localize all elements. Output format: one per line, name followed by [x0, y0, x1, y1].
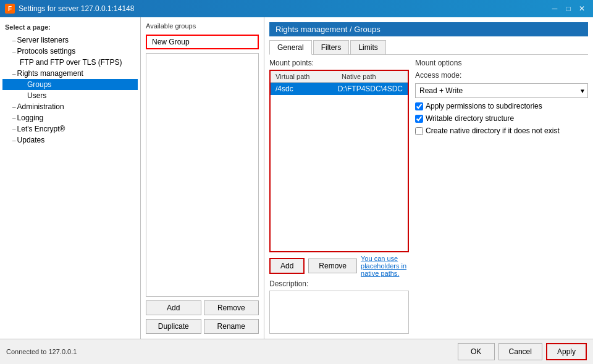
sidebar-item-label: Let's Encrypt® [17, 125, 65, 133]
app-icon: F [5, 4, 15, 14]
sidebar-item-label: Users [27, 91, 46, 100]
description-textarea[interactable] [269, 291, 409, 334]
remove-group-button[interactable]: Remove [204, 300, 259, 315]
description-section: Description: [269, 279, 409, 334]
native-path-cell: D:\FTP4SDC\4SDC [335, 84, 405, 94]
new-group-button[interactable]: New Group [146, 35, 259, 49]
right-panel-header: Rights management / Groups [269, 22, 588, 36]
description-label: Description: [269, 279, 409, 288]
sidebar-item-ftp-ftps[interactable]: FTP and FTP over TLS (FTPS) [2, 57, 138, 68]
title-bar: F Settings for server 127.0.0.1:14148 ─ … [0, 0, 593, 17]
sidebar-item-label: Groups [27, 80, 51, 89]
expand-icon: – [12, 137, 16, 144]
expand-icon: – [12, 37, 16, 44]
expand-icon: – [12, 104, 16, 110]
sidebar-item-administration[interactable]: – Administration [2, 101, 138, 112]
access-mode-container: Read + Write Read only Write only None ▼ [415, 83, 588, 98]
sidebar-item-groups[interactable]: Groups [2, 79, 138, 90]
maximize-button[interactable]: □ [562, 2, 574, 15]
expand-icon: – [12, 126, 16, 133]
ok-button[interactable]: OK [458, 343, 495, 360]
access-mode-label: Access mode: [415, 71, 588, 80]
expand-icon: – [12, 48, 16, 55]
sidebar-item-logging[interactable]: – Logging [2, 112, 138, 123]
dialog-buttons: OK Cancel Apply [458, 343, 587, 360]
window-title: Settings for server 127.0.0.1:14148 [19, 4, 134, 13]
checkbox-create-native-dir-label: Create native directory if it does not e… [426, 126, 560, 135]
window-controls: ─ □ ✕ [549, 2, 588, 15]
groups-list[interactable] [146, 53, 259, 297]
mount-points-table: Virtual path Native path /4sdc D:\FTP4SD… [269, 70, 409, 252]
sidebar-item-label: Protocols settings [17, 47, 76, 56]
minimize-button[interactable]: ─ [549, 2, 561, 15]
tab-general[interactable]: General [269, 40, 312, 55]
mount-action-buttons: Add Remove You can use placeholders in n… [269, 255, 409, 277]
right-panel: Rights management / Groups General Filte… [264, 17, 593, 339]
mount-points-label: Mount points: [269, 59, 409, 67]
expand-icon: – [12, 115, 16, 122]
tab-filters[interactable]: Filters [313, 40, 350, 54]
add-group-button[interactable]: Add [146, 300, 201, 315]
mount-add-button[interactable]: Add [269, 258, 305, 274]
mount-remove-button[interactable]: Remove [308, 259, 357, 273]
checkbox-create-native-dir-input[interactable] [415, 127, 423, 135]
available-groups-header: Available groups [146, 22, 259, 30]
tab-bar: General Filters Limits [269, 40, 588, 55]
center-action-buttons-2: Duplicate Rename [146, 319, 259, 334]
rename-group-button[interactable]: Rename [204, 319, 259, 334]
checkbox-apply-permissions[interactable]: Apply permissions to subdirectories [415, 102, 588, 110]
checkbox-apply-permissions-label: Apply permissions to subdirectories [426, 102, 542, 110]
mount-table-header: Virtual path Native path [271, 71, 408, 83]
sidebar-item-protocols-settings[interactable]: – Protocols settings [2, 46, 138, 57]
sidebar-item-label: Rights management [17, 69, 83, 78]
checkbox-writable-dir[interactable]: Writable directory structure [415, 114, 588, 123]
placeholder-link[interactable]: You can use placeholders in native paths… [361, 255, 409, 277]
apply-button[interactable]: Apply [546, 343, 587, 360]
close-button[interactable]: ✕ [576, 2, 588, 15]
checkbox-writable-dir-label: Writable directory structure [426, 114, 514, 123]
expand-icon: – [12, 70, 16, 77]
sidebar-item-updates[interactable]: – Updates [2, 134, 138, 146]
mount-row[interactable]: /4sdc D:\FTP4SDC\4SDC [271, 83, 408, 95]
sidebar-item-label: Updates [17, 136, 45, 144]
bottom-bar: Connected to 127.0.0.1 OK Cancel Apply [0, 339, 593, 364]
sidebar-item-users[interactable]: Users [2, 90, 138, 101]
access-mode-select[interactable]: Read + Write Read only Write only None [415, 83, 588, 98]
tab-content: Mount points: Virtual path Native path /… [269, 59, 588, 334]
center-panel: Available groups New Group Add Remove Du… [141, 17, 264, 339]
sidebar-item-server-listeners[interactable]: – Server listeners [2, 35, 138, 46]
sidebar-item-label: Administration [17, 102, 64, 111]
sidebar-item-label: FTP and FTP over TLS (FTPS) [20, 58, 122, 67]
sidebar-item-lets-encrypt[interactable]: – Let's Encrypt® [2, 123, 138, 134]
sidebar-item-rights-management[interactable]: – Rights management [2, 68, 138, 79]
checkbox-apply-permissions-input[interactable] [415, 102, 423, 110]
mount-options-section: Mount options Access mode: Read + Write … [415, 59, 588, 334]
duplicate-group-button[interactable]: Duplicate [146, 319, 201, 334]
native-path-header: Native path [339, 72, 405, 81]
sidebar-item-label: Server listeners [17, 36, 69, 44]
virtual-path-cell: /4sdc [273, 84, 335, 94]
status-text: Connected to 127.0.0.1 [6, 348, 77, 355]
mount-options-header: Mount options [415, 59, 588, 67]
checkbox-create-native-dir[interactable]: Create native directory if it does not e… [415, 126, 588, 135]
checkbox-writable-dir-input[interactable] [415, 115, 423, 123]
mount-table-body[interactable]: /4sdc D:\FTP4SDC\4SDC [271, 83, 408, 251]
sidebar-item-label: Logging [17, 114, 44, 122]
tab-limits[interactable]: Limits [350, 40, 385, 54]
mount-points-section: Mount points: Virtual path Native path /… [269, 59, 409, 334]
nav-header: Select a page: [2, 22, 138, 35]
cancel-button[interactable]: Cancel [498, 343, 542, 360]
nav-panel: Select a page: – Server listeners – Prot… [0, 17, 141, 339]
center-action-buttons: Add Remove [146, 300, 259, 315]
virtual-path-header: Virtual path [273, 72, 339, 81]
